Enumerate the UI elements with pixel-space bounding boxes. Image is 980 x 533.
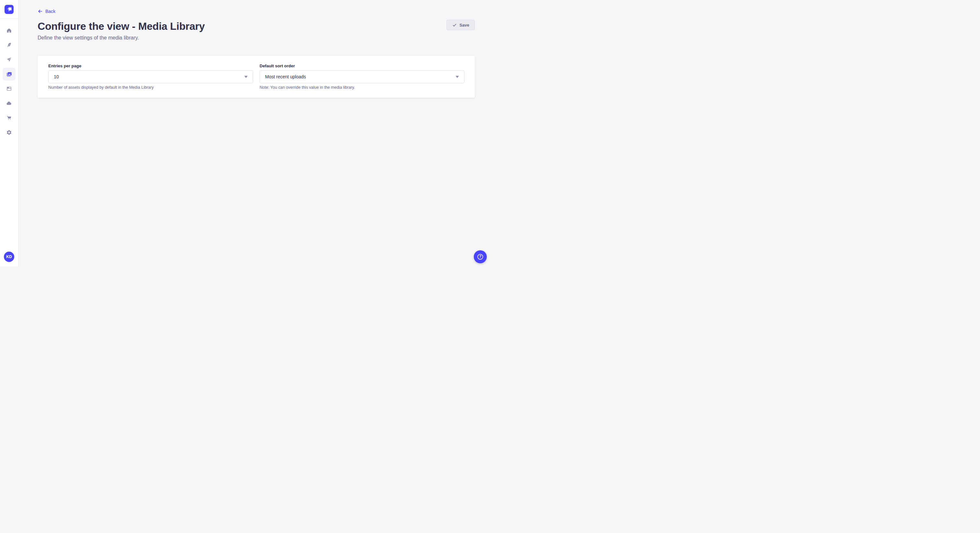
page-title: Configure the view - Media Library: [38, 21, 475, 32]
cart-icon: [6, 115, 12, 121]
gear-icon: [6, 130, 12, 135]
default-sort-order-label: Default sort order: [259, 63, 465, 68]
user-avatar[interactable]: KD: [4, 252, 14, 262]
home-icon: [6, 27, 12, 33]
entries-per-page-value: 10: [54, 74, 244, 79]
entries-per-page-label: Entries per page: [48, 63, 253, 68]
sidebar-item-media-library[interactable]: [3, 68, 16, 81]
strapi-logo-glyph: [5, 5, 14, 14]
caret-down-icon: [456, 76, 459, 78]
question-mark-icon: ?: [477, 253, 484, 260]
sidebar-nav: [3, 24, 16, 139]
sidebar-item-cloud[interactable]: [3, 97, 16, 110]
help-button[interactable]: ?: [474, 250, 487, 263]
sidebar-item-releases[interactable]: [3, 53, 16, 66]
sidebar-item-settings[interactable]: [3, 126, 16, 139]
default-sort-order-select[interactable]: Most recent uploads: [259, 70, 465, 83]
page-subtitle: Define the view settings of the media li…: [38, 35, 475, 41]
main-content: Back Configure the view - Media Library …: [19, 0, 490, 266]
view-settings-card: Entries per page 10 Number of assets dis…: [38, 56, 475, 98]
entries-per-page-hint: Number of assets displayed by default in…: [48, 85, 253, 90]
check-icon: [452, 23, 457, 27]
sidebar-item-marketplace[interactable]: [3, 111, 16, 124]
default-sort-order-field: Default sort order Most recent uploads N…: [259, 63, 465, 90]
strapi-logo[interactable]: [5, 5, 14, 14]
svg-text:?: ?: [479, 255, 481, 259]
save-button[interactable]: Save: [447, 20, 475, 30]
images-icon: [6, 71, 12, 78]
back-link[interactable]: Back: [38, 9, 56, 14]
sidebar-item-home[interactable]: [3, 24, 16, 37]
arrow-left-icon: [38, 9, 43, 14]
default-sort-order-hint: Note: You can override this value in the…: [259, 85, 465, 90]
layout-icon: [6, 86, 12, 92]
paper-plane-icon: [6, 57, 12, 62]
sidebar-item-content-manager[interactable]: [3, 38, 16, 51]
sidebar: KD: [0, 0, 19, 266]
feather-icon: [6, 42, 12, 48]
sidebar-item-content-type-builder[interactable]: [3, 82, 16, 95]
entries-per-page-field: Entries per page 10 Number of assets dis…: [48, 63, 253, 90]
cloud-icon: [6, 100, 12, 106]
back-label: Back: [45, 9, 56, 14]
save-label: Save: [460, 23, 469, 27]
default-sort-order-value: Most recent uploads: [265, 74, 456, 79]
entries-per-page-select[interactable]: 10: [48, 70, 253, 83]
caret-down-icon: [244, 76, 248, 78]
